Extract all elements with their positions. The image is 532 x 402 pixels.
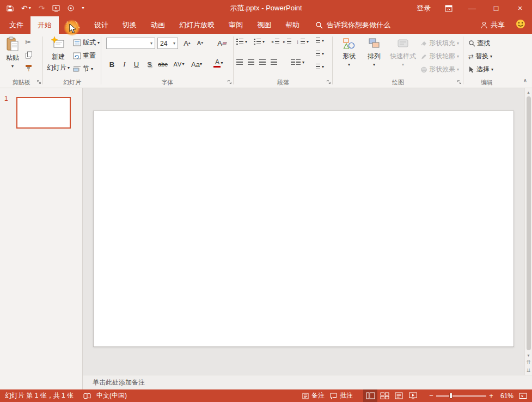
sign-in-link[interactable]: 登录 bbox=[417, 3, 431, 13]
numbering-button[interactable]: ▾ bbox=[254, 39, 265, 45]
align-left-button[interactable] bbox=[236, 59, 243, 66]
tab-animations[interactable]: 动画 bbox=[144, 16, 172, 34]
slide-thumbnail-pane: 1 bbox=[0, 88, 83, 389]
previous-slide-button[interactable]: ⇈ bbox=[527, 358, 531, 367]
clear-formatting-label: A bbox=[217, 39, 222, 47]
italic-button[interactable]: I bbox=[119, 59, 130, 70]
text-direction-button[interactable]: ▾ bbox=[316, 38, 324, 44]
decrease-font-button[interactable]: A▾ bbox=[194, 38, 206, 48]
clipboard-dialog-launcher[interactable] bbox=[36, 77, 41, 87]
drawing-dialog-launcher[interactable] bbox=[457, 77, 462, 87]
quick-styles-button[interactable]: 快速样式 ▾ bbox=[388, 37, 418, 67]
tab-help[interactable]: 帮助 bbox=[278, 16, 307, 34]
character-spacing-button[interactable]: AV▾ bbox=[172, 59, 187, 70]
align-text-button[interactable]: ▾ bbox=[316, 51, 324, 57]
text-shadow-button[interactable]: S bbox=[144, 59, 155, 70]
tab-slideshow[interactable]: 幻灯片放映 bbox=[172, 16, 222, 34]
find-button[interactable]: 查找 bbox=[468, 39, 490, 48]
share-button[interactable]: 共享 bbox=[480, 20, 505, 30]
font-name-combo[interactable]: ▾ bbox=[106, 38, 155, 49]
zoom-out-button[interactable]: − bbox=[426, 392, 436, 400]
decrease-indent-button[interactable]: ◂ bbox=[271, 39, 279, 45]
tab-view[interactable]: 视图 bbox=[250, 16, 278, 34]
justify-button[interactable] bbox=[271, 59, 277, 66]
tab-insert[interactable]: 插入 bbox=[59, 16, 87, 34]
tab-review[interactable]: 审阅 bbox=[222, 16, 250, 34]
slide-counter[interactable]: 幻灯片 第 1 张，共 1 张 bbox=[2, 389, 76, 402]
shape-fill-button[interactable]: 形状填充 ▾ bbox=[420, 39, 459, 48]
section-button[interactable]: 节 ▾ bbox=[73, 64, 93, 74]
font-dialog-launcher[interactable] bbox=[227, 77, 232, 87]
tell-me-search[interactable]: 告诉我你想要做什么 bbox=[315, 16, 390, 34]
touch-mode-button[interactable] bbox=[68, 5, 74, 11]
touch-mode-icon bbox=[68, 5, 74, 11]
vertical-scrollbar[interactable]: ▲ ▼ ⇈ ⇊ bbox=[524, 88, 532, 375]
zoom-in-button[interactable]: + bbox=[486, 392, 496, 400]
reset-button[interactable]: 重置 bbox=[73, 51, 96, 60]
zoom-slider-thumb[interactable] bbox=[449, 393, 452, 399]
tab-file[interactable]: 文件 bbox=[2, 16, 30, 34]
slide-thumbnail[interactable] bbox=[16, 97, 71, 129]
start-slideshow-button[interactable] bbox=[52, 5, 60, 12]
shape-effects-button[interactable]: 形状效果 ▾ bbox=[420, 65, 459, 74]
minimize-button[interactable]: — bbox=[460, 0, 484, 16]
bold-button[interactable]: B bbox=[106, 59, 118, 70]
dialog-launcher-icon bbox=[227, 80, 232, 84]
clear-formatting-button[interactable]: A bbox=[216, 38, 228, 48]
font-size-combo[interactable]: 24 ▾ bbox=[157, 38, 178, 49]
cut-button[interactable]: ✂ bbox=[25, 38, 31, 46]
comments-toggle-button[interactable]: 批注 bbox=[327, 389, 356, 402]
underline-button[interactable]: U bbox=[131, 59, 142, 70]
columns-button[interactable]: ▾ bbox=[291, 59, 304, 66]
change-case-button[interactable]: Aa▾ bbox=[189, 59, 204, 70]
slideshow-view-button[interactable] bbox=[406, 389, 420, 402]
align-center-button[interactable] bbox=[248, 59, 254, 66]
notes-toggle-button[interactable]: 备注 bbox=[299, 389, 327, 402]
format-painter-button[interactable] bbox=[25, 64, 32, 72]
redo-button[interactable]: ↷ bbox=[39, 4, 45, 12]
spell-check-button[interactable] bbox=[81, 389, 94, 402]
zoom-slider[interactable] bbox=[436, 389, 486, 402]
slide-canvas[interactable] bbox=[93, 111, 514, 347]
paste-button[interactable]: 粘贴 ▾ bbox=[2, 36, 23, 69]
undo-button[interactable]: ↶ ▾ bbox=[21, 4, 31, 12]
ribbon-display-options-button[interactable] bbox=[445, 5, 452, 12]
copy-button[interactable] bbox=[25, 51, 33, 59]
increase-indent-button[interactable]: ▸ bbox=[283, 39, 291, 45]
strikethrough-button[interactable]: abc bbox=[156, 59, 170, 70]
tab-transitions[interactable]: 切换 bbox=[115, 16, 144, 34]
maximize-button[interactable]: □ bbox=[484, 0, 508, 16]
convert-smartart-button[interactable]: ▾ bbox=[316, 64, 324, 70]
arrange-button[interactable]: 排列 ▾ bbox=[363, 37, 386, 67]
replace-button[interactable]: ⇄ 替换 ▾ bbox=[468, 52, 492, 61]
fit-to-window-button[interactable] bbox=[516, 389, 530, 402]
new-slide-button[interactable]: 新建 幻灯片 ▾ bbox=[46, 36, 71, 72]
save-button[interactable] bbox=[7, 5, 14, 12]
scroll-down-button[interactable]: ▼ bbox=[527, 351, 530, 358]
tab-design[interactable]: 设计 bbox=[87, 16, 115, 34]
layout-button[interactable]: 版式 ▾ bbox=[73, 38, 100, 47]
normal-view-button[interactable] bbox=[363, 389, 377, 402]
close-button[interactable]: × bbox=[508, 0, 532, 16]
reading-view-button[interactable] bbox=[392, 389, 406, 402]
collapse-ribbon-button[interactable]: ∧ bbox=[523, 77, 527, 83]
select-button[interactable]: 选择 ▾ bbox=[468, 65, 493, 74]
scroll-up-button[interactable]: ▲ bbox=[527, 88, 530, 95]
font-color-button[interactable]: A ▾ bbox=[211, 58, 226, 69]
paragraph-dialog-launcher[interactable] bbox=[326, 77, 331, 87]
language-indicator[interactable]: 中文(中国) bbox=[94, 389, 130, 402]
shape-outline-button[interactable]: 形状轮廓 ▾ bbox=[420, 52, 459, 61]
customize-qat-button[interactable]: ▾ bbox=[82, 6, 84, 10]
increase-font-button[interactable]: A▴ bbox=[181, 38, 193, 48]
shapes-button[interactable]: 形状 ▾ bbox=[338, 37, 360, 67]
align-right-button[interactable] bbox=[259, 59, 266, 66]
next-slide-button[interactable]: ⇊ bbox=[527, 367, 531, 375]
feedback-smiley-button[interactable] bbox=[516, 19, 525, 31]
tab-home[interactable]: 开始 bbox=[30, 16, 59, 34]
zoom-percentage[interactable]: 61% bbox=[496, 392, 516, 400]
slide-sorter-view-button[interactable] bbox=[377, 389, 392, 402]
scrollbar-thumb[interactable] bbox=[527, 96, 531, 350]
line-spacing-button[interactable]: ↕ ▾ bbox=[296, 39, 309, 45]
bullets-button[interactable]: ▾ bbox=[236, 39, 247, 45]
notes-pane[interactable]: 单击此处添加备注 bbox=[83, 375, 532, 389]
